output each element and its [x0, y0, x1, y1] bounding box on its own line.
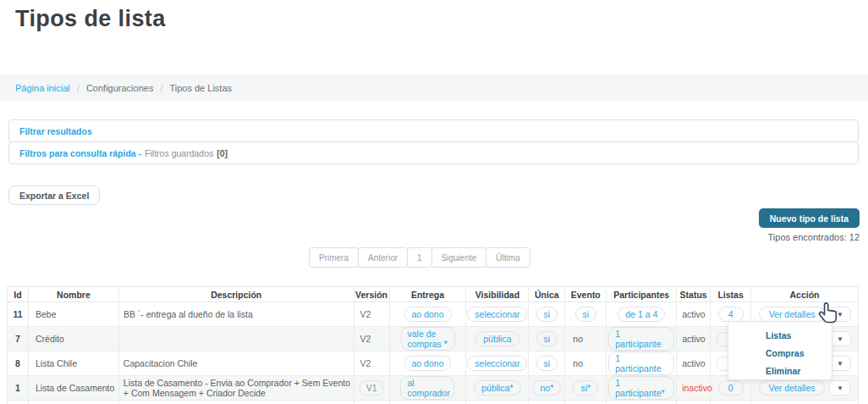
row-actions-dropdown-button[interactable]: ▼	[829, 380, 850, 396]
participantes-button[interactable]: 1 participante	[608, 327, 674, 351]
row-nombre: Crédito	[29, 327, 119, 351]
row-descripcion: Lista de Casamento - Envia ao Comprador …	[119, 376, 354, 400]
evento-button[interactable]: si	[575, 307, 597, 322]
breadcrumb-current: Tipos de Listas	[169, 83, 232, 93]
col-header-entrega: Entrega	[390, 287, 467, 302]
table-header-row: Id Nombre Descripción Versión Entrega Vi…	[8, 287, 859, 302]
row-id: 8	[8, 351, 29, 375]
col-header-id: Id	[8, 287, 29, 302]
breadcrumb-separator: /	[77, 83, 80, 93]
row-id	[8, 401, 29, 404]
filter-results-label: Filtrar resultados	[19, 126, 92, 136]
pagination: Primera Anterior 1 Siguiente Última	[309, 247, 530, 268]
unica-button[interactable]: si	[536, 356, 558, 371]
row-version: V2	[354, 302, 390, 326]
menu-item-eliminar[interactable]: Eliminar	[728, 362, 832, 379]
row-nombre: Lista de Casamento	[29, 376, 119, 400]
status-label: activo	[677, 351, 711, 375]
col-header-evento: Evento	[565, 287, 607, 302]
row-descripcion: BB ´- entrega al dueño de la lista	[119, 302, 354, 326]
export-excel-button[interactable]: Exportar a Excel	[8, 185, 100, 205]
row-id: 7	[8, 327, 29, 351]
row-descripcion	[119, 327, 354, 351]
breadcrumb-configuraciones: Configuraciones	[86, 83, 154, 93]
row-actions-dropdown-button[interactable]: ▼	[830, 331, 851, 346]
listas-count-button[interactable]: 0	[718, 380, 744, 396]
participantes-button[interactable]: 1 participante	[608, 351, 674, 375]
row-actions-menu: Listas Compras Eliminar	[728, 321, 832, 380]
visibilidad-button[interactable]: pública	[475, 331, 519, 346]
row-nombre	[29, 401, 119, 404]
saved-filters-count: [0]	[217, 148, 228, 158]
evento-label: no	[565, 351, 607, 375]
status-label: activo	[677, 327, 711, 351]
quick-filter-expander[interactable]: Filtros para consulta rápida - Filtros g…	[8, 141, 859, 164]
menu-item-listas[interactable]: Listas	[728, 326, 832, 344]
breadcrumb-home-link[interactable]: Página inicial	[15, 83, 70, 93]
pagination-prev-button[interactable]: Anterior	[358, 247, 408, 268]
status-label	[677, 401, 711, 404]
col-header-participantes: Participantes	[607, 287, 677, 302]
col-header-version: Versión	[354, 287, 390, 302]
visibilidad-button[interactable]: pública*	[474, 380, 520, 396]
row-descripcion: Capacitacion Chile	[119, 351, 354, 375]
col-header-nombre: Nombre	[29, 287, 119, 302]
ver-detalles-button[interactable]: Ver detalles	[759, 307, 826, 322]
row-nombre: Lista Chile	[29, 351, 119, 375]
version-badge: V1	[360, 380, 384, 396]
quick-filter-label: Filtros para consulta rápida -	[19, 148, 141, 158]
pagination-page-1-button[interactable]: 1	[407, 247, 432, 268]
pagination-next-button[interactable]: Siguiente	[431, 247, 487, 268]
pagination-first-button[interactable]: Primera	[309, 247, 359, 268]
cursor-pointer-icon	[817, 302, 841, 327]
row-version: V2	[354, 351, 390, 375]
table-row-partial: ▼	[8, 401, 859, 404]
saved-filters-label: Filtros guardados	[145, 148, 213, 158]
types-found-count: Tipos encontrados: 12	[768, 232, 860, 242]
col-header-visibilidad: Visibilidad	[466, 287, 529, 302]
chevron-down-icon: ▼	[837, 385, 843, 392]
evento-label: no	[565, 327, 607, 351]
chevron-down-icon: ▼	[837, 360, 843, 368]
status-label: inactivo	[677, 376, 711, 400]
row-descripcion	[119, 401, 354, 404]
col-header-accion: Acción	[751, 287, 859, 302]
col-header-unica: Única	[529, 287, 565, 302]
evento-label	[565, 401, 607, 404]
row-nombre: Bebe	[29, 302, 119, 326]
listas-count-button[interactable]: 4	[718, 307, 744, 322]
row-version: V2	[354, 327, 390, 351]
entrega-button[interactable]: vale de compras *	[401, 327, 455, 351]
row-version	[354, 401, 390, 404]
unica-button[interactable]: no*	[532, 380, 561, 396]
visibilidad-button[interactable]: seleccionar	[467, 356, 527, 371]
participantes-button[interactable]: de 1 a 4	[618, 307, 665, 322]
new-list-type-button[interactable]: Nuevo tipo de lista	[759, 208, 860, 228]
col-header-descripcion: Descripción	[119, 287, 354, 302]
row-actions-dropdown-button[interactable]: ▼	[830, 356, 851, 371]
entrega-button[interactable]: ao dono	[404, 356, 452, 371]
row-id: 1	[8, 376, 29, 400]
status-label: activo	[677, 302, 711, 326]
chevron-down-icon: ▼	[837, 335, 843, 343]
visibilidad-button[interactable]: seleccionar	[467, 307, 527, 322]
page-title: Tipos de lista	[15, 6, 166, 32]
ver-detalles-button[interactable]: Ver detalles	[759, 380, 826, 396]
breadcrumb: Página inicial / Configuraciones / Tipos…	[0, 75, 868, 101]
breadcrumb-separator: /	[160, 83, 162, 93]
menu-item-compras[interactable]: Compras	[728, 344, 832, 362]
unica-button[interactable]: si	[536, 331, 558, 346]
filter-results-expander[interactable]: Filtrar resultados	[8, 119, 859, 142]
row-id: 11	[8, 302, 29, 326]
entrega-button[interactable]: ao dono	[404, 307, 452, 322]
pagination-last-button[interactable]: Última	[486, 247, 530, 268]
unica-button[interactable]: si	[536, 307, 558, 322]
col-header-listas: Listas	[711, 287, 751, 302]
evento-button[interactable]: si*	[573, 380, 598, 396]
col-header-status: Status	[677, 287, 711, 302]
participantes-button[interactable]: 1 participante*	[608, 376, 674, 400]
entrega-button[interactable]: al comprador	[400, 376, 454, 400]
